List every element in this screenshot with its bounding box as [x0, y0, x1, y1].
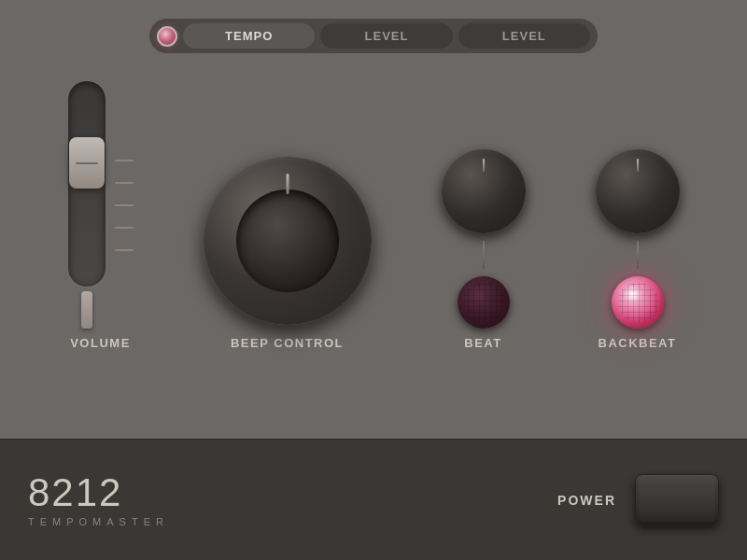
- tab-level-2[interactable]: LEVEL: [458, 23, 590, 49]
- beep-section: BEEP CONTROL: [204, 157, 372, 350]
- brand-section: 8212 TEMPOMASTER: [28, 473, 169, 527]
- volume-controls: [68, 81, 134, 329]
- big-knob-inner: [236, 189, 339, 292]
- backbeat-section: BACKBEAT: [596, 149, 680, 350]
- power-button[interactable]: [635, 474, 719, 525]
- tick-2: [115, 182, 134, 184]
- beat-knob[interactable]: [442, 149, 526, 233]
- beat-section: BEAT: [442, 149, 526, 350]
- fader-handle[interactable]: [81, 291, 92, 329]
- beat-label: BEAT: [464, 336, 501, 350]
- tab-tempo[interactable]: TEMPO: [183, 23, 315, 49]
- main-panel: TEMPO LEVEL LEVEL: [0, 0, 747, 560]
- backbeat-knob-indicator: [637, 159, 639, 172]
- volume-section: VOLUME: [68, 81, 134, 350]
- tab-bar: TEMPO LEVEL LEVEL: [149, 19, 598, 53]
- beep-control-knob[interactable]: [204, 157, 372, 325]
- beat-knob-indicator: [483, 159, 485, 172]
- brand-number: 8212: [28, 473, 169, 512]
- bottom-bar: 8212 TEMPOMASTER POWER: [0, 439, 747, 560]
- tick-4: [115, 227, 134, 229]
- beep-label: BEEP CONTROL: [231, 336, 344, 350]
- thumb-grip: [76, 162, 98, 164]
- backbeat-label: BACKBEAT: [599, 336, 677, 350]
- backbeat-connector: [637, 241, 639, 269]
- power-label: POWER: [557, 493, 616, 508]
- tick-5: [115, 249, 134, 251]
- controls-row: VOLUME BEEP CONTROL BEAT: [28, 81, 719, 350]
- volume-slider-thumb[interactable]: [69, 137, 105, 189]
- backbeat-knob[interactable]: [596, 149, 680, 233]
- power-section: POWER: [557, 474, 719, 525]
- beat-connector: [483, 241, 485, 269]
- beat-led[interactable]: [458, 276, 510, 329]
- radio-indicator[interactable]: [157, 26, 177, 47]
- volume-slider-container: [68, 81, 106, 329]
- backbeat-led-grid: [617, 282, 658, 323]
- tick-marks: [115, 131, 134, 280]
- beat-led-grid: [463, 282, 504, 323]
- brand-name: TEMPOMASTER: [28, 516, 169, 527]
- big-knob-indicator: [286, 174, 289, 194]
- tick-1: [115, 160, 134, 161]
- control-area: TEMPO LEVEL LEVEL: [0, 0, 747, 439]
- volume-slider-track[interactable]: [68, 81, 106, 287]
- volume-label: VOLUME: [70, 336, 131, 350]
- tab-level-1[interactable]: LEVEL: [320, 23, 452, 49]
- tick-3: [115, 204, 134, 206]
- backbeat-led[interactable]: [612, 276, 664, 329]
